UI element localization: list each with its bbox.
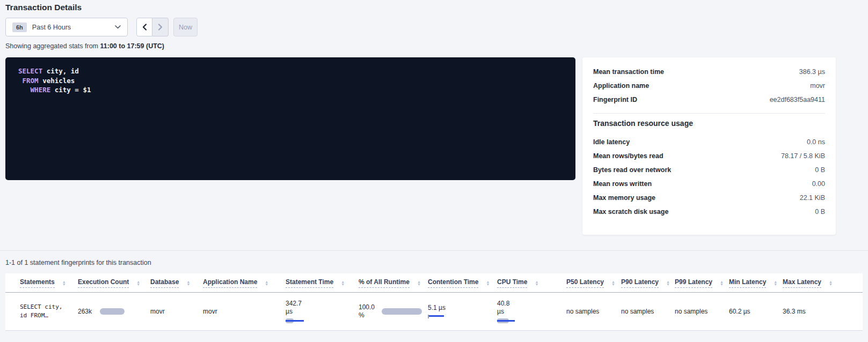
time-range-label: Past 6 Hours (32, 24, 71, 31)
sort-icon: ▲▼ (666, 280, 670, 286)
p99-latency-cell: no samples (675, 308, 729, 315)
sort-icon: ▲▼ (486, 280, 490, 286)
summary-label: Mean rows/bytes read (593, 152, 663, 160)
cpu-time-cell: 40.8 µs (497, 300, 566, 323)
time-toolbar: 6h Past 6 Hours Now (5, 18, 198, 36)
contention-time-bar (428, 314, 444, 319)
summary-row: Idle latency 0.0 ns (593, 135, 825, 149)
summary-value: 0.00 (812, 180, 825, 188)
summary-row: Max scratch disk usage 0 B (593, 205, 825, 219)
execution-count-cell: 263k (78, 308, 150, 315)
summary-label: Fingerprint ID (593, 96, 637, 103)
chevron-down-icon (115, 25, 121, 29)
summary-label: Bytes read over network (593, 166, 671, 174)
summary-value: 78.17 / 5.8 KiB (781, 152, 825, 160)
summary-value: 0 B (815, 166, 825, 174)
summary-row: Max memory usage 22.1 KiB (593, 191, 825, 205)
column-header-cpu-time[interactable]: CPU Time▲▼ (497, 278, 566, 288)
summary-value: 22.1 KiB (800, 194, 825, 202)
time-range-dropdown[interactable]: 6h Past 6 Hours (5, 18, 128, 36)
sort-icon: ▲▼ (535, 280, 538, 286)
statement-fingerprint-link[interactable]: SELECT city, id FROM… (20, 303, 78, 320)
max-latency-cell: 36.3 ms (783, 308, 863, 315)
summary-value: movr (810, 82, 825, 90)
table-row: SELECT city, id FROM… 263k movr movr 342… (5, 293, 863, 331)
column-header-application-name[interactable]: Application Name▲▼ (203, 278, 286, 288)
now-button[interactable]: Now (173, 18, 198, 36)
summary-row: Mean rows written 0.00 (593, 177, 825, 191)
section-divider (0, 250, 868, 251)
statements-table: Statements▲▼ Execution Count▲▼ Database▲… (5, 273, 863, 331)
summary-value: 386.3 µs (799, 68, 825, 76)
table-header-row: Statements▲▼ Execution Count▲▼ Database▲… (5, 273, 863, 293)
runtime-pct-bar (382, 308, 422, 315)
sort-icon: ▲▼ (62, 280, 66, 286)
column-header-database[interactable]: Database▲▼ (150, 278, 203, 288)
summary-label: Idle latency (593, 138, 630, 146)
column-header-statements[interactable]: Statements▲▼ (20, 278, 78, 288)
summary-row: Fingerprint ID ee2df683f5aa9411 (593, 93, 825, 107)
column-header-p50-latency[interactable]: P50 Latency▲▼ (566, 278, 621, 288)
next-interval-button[interactable] (152, 18, 169, 36)
summary-row: Mean transaction time 386.3 µs (593, 65, 825, 79)
sql-statement-box: SELECT city, id FROM vehicles WHERE city… (5, 57, 575, 180)
statement-time-bar (286, 318, 304, 323)
time-nav-group (136, 18, 169, 36)
column-header-max-latency[interactable]: Max Latency▲▼ (783, 278, 863, 288)
column-header-min-latency[interactable]: Min Latency▲▼ (729, 278, 783, 288)
cpu-time-bar (497, 318, 515, 323)
transaction-summary-card: Mean transaction time 386.3 µs Applicati… (582, 57, 836, 235)
time-range-badge: 6h (12, 23, 27, 32)
column-header-statement-time[interactable]: Statement Time▲▼ (286, 278, 359, 288)
summary-row: Mean rows/bytes read 78.17 / 5.8 KiB (593, 149, 825, 163)
stats-time-range: 11:00 to 17:59 (UTC) (100, 42, 164, 50)
resource-usage-heading: Transaction resource usage (593, 119, 825, 128)
column-header-execution-count[interactable]: Execution Count▲▼ (78, 278, 150, 288)
summary-value: 0.0 ns (807, 138, 825, 146)
sort-icon: ▲▼ (186, 280, 190, 286)
summary-label: Max memory usage (593, 194, 655, 202)
application-name-cell: movr (203, 308, 286, 315)
runtime-pct-cell: 100.0 % (359, 303, 428, 319)
column-header-contention-time[interactable]: Contention Time▲▼ (428, 278, 497, 288)
column-header-p90-latency[interactable]: P90 Latency▲▼ (621, 278, 675, 288)
execution-count-bar (100, 308, 125, 315)
sort-icon: ▲▼ (136, 280, 140, 286)
previous-interval-button[interactable] (136, 18, 152, 36)
fingerprints-caption: 1-1 of 1 statement fingerprints for this… (5, 259, 151, 266)
sort-icon: ▲▼ (720, 280, 724, 286)
summary-label: Mean rows written (593, 180, 652, 188)
summary-label: Mean transaction time (593, 68, 664, 76)
summary-label: Max scratch disk usage (593, 208, 668, 215)
sort-icon: ▲▼ (265, 280, 268, 286)
min-latency-cell: 60.2 µs (729, 308, 783, 315)
sort-icon: ▲▼ (611, 280, 615, 286)
database-cell: movr (150, 308, 203, 315)
statement-time-cell: 342.7 µs (286, 300, 359, 323)
p90-latency-cell: no samples (621, 308, 675, 315)
page-title: Transaction Details (5, 3, 82, 12)
sort-icon: ▲▼ (829, 280, 833, 286)
sort-icon: ▲▼ (774, 280, 777, 286)
sort-icon: ▲▼ (341, 280, 345, 286)
sort-icon: ▲▼ (417, 280, 421, 286)
summary-row: Bytes read over network 0 B (593, 163, 825, 177)
summary-value: 0 B (815, 208, 825, 215)
aggregated-stats-caption: Showing aggregated stats from 11:00 to 1… (5, 42, 164, 50)
column-header-p99-latency[interactable]: P99 Latency▲▼ (675, 278, 729, 288)
summary-divider (593, 113, 825, 114)
contention-time-cell: 5.1 µs (428, 304, 497, 319)
summary-row: Application name movr (593, 79, 825, 93)
p50-latency-cell: no samples (566, 308, 621, 315)
summary-label: Application name (593, 82, 649, 90)
summary-value: ee2df683f5aa9411 (770, 96, 825, 103)
column-header-runtime-pct[interactable]: % of All Runtime▲▼ (359, 278, 428, 288)
